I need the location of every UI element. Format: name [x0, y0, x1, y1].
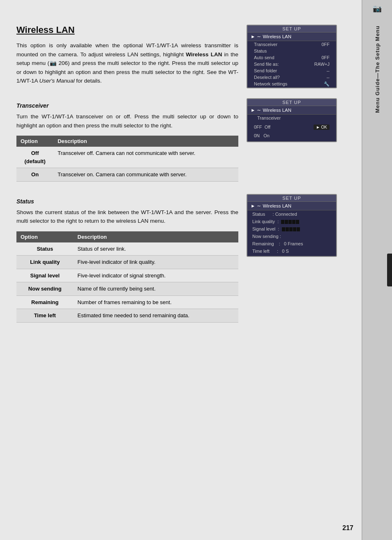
status-desc-linkquality: Five-level indicator of link quality.	[74, 256, 239, 269]
cs2-row-on: 0N On	[247, 132, 336, 140]
status-desc-nowsending: Name of file currently being sent.	[74, 282, 239, 296]
camera-screen-2: SET UP ►∼Wireless LAN Transceiver 0FF Of…	[247, 98, 337, 142]
main-content: Wireless LAN This option is only availab…	[0, 0, 362, 540]
cs3-row-nowsending: Now sending :	[247, 233, 336, 240]
status-heading: Status	[16, 198, 238, 205]
transceiver-desc-off: Transceiver off. Camera can not communic…	[53, 147, 238, 168]
right-sidebar: 📷 Menu Guide—The Setup Menu	[362, 0, 392, 540]
cs3-row-signallevel: Signal level :	[247, 225, 336, 233]
cs1-row-network: Network settings🔧	[247, 81, 336, 88]
screen3-container: SET UP ►∼Wireless LAN Status : Connected…	[247, 194, 345, 260]
cs2-title: ►∼Wireless LAN	[247, 106, 336, 115]
cs3-row-timeleft: Time left : 0 S	[247, 247, 336, 256]
intro-text: This option is only available when the o…	[16, 41, 238, 85]
table-row: Link quality Five-level indicator of lin…	[16, 256, 238, 269]
cs1-row-sendfolder: Send folder--	[247, 67, 336, 74]
table-row: Now sending Name of file currently being…	[16, 282, 238, 296]
status-table: Option Description Status Status of serv…	[16, 231, 238, 323]
cs3-row-linkquality: Link quality :	[247, 218, 336, 225]
cs3-header: SET UP	[247, 195, 336, 202]
transceiver-opt-on: On	[16, 168, 53, 182]
status-opt-timeleft: Time left	[16, 309, 74, 323]
table-row: Signal level Five-level indicator of sig…	[16, 269, 238, 282]
status-col1-header: Option	[16, 231, 74, 242]
page-title: Wireless LAN	[16, 25, 238, 35]
cs3-title: ►∼Wireless LAN	[247, 202, 336, 210]
transceiver-opt-off: Off(default)	[16, 147, 53, 168]
link-quality-bars	[281, 220, 299, 224]
cs1-row-status: Status	[247, 48, 336, 54]
cs3-row-status: Status : Connected	[247, 210, 336, 218]
camera-screen-3: SET UP ►∼Wireless LAN Status : Connected…	[247, 194, 337, 257]
table-row: Status Status of server link.	[16, 242, 238, 256]
status-opt-linkquality: Link quality	[16, 256, 74, 269]
status-desc-status: Status of server link.	[74, 242, 239, 256]
cs3-row-remaining: Remaining : 0 Frames	[247, 240, 336, 247]
cs1-title: ►∼Wireless LAN	[247, 32, 336, 41]
status-opt-remaining: Remaining	[16, 295, 74, 309]
transceiver-body: Turn the WT-1/WT-1A transceiver on or of…	[16, 112, 238, 130]
signal-level-bars	[282, 227, 300, 231]
sidebar-label: Menu Guide—The Setup Menu	[374, 25, 380, 113]
cs1-row-transceiver: Transceiver0FF	[247, 41, 336, 48]
table-row: On Transceiver on. Camera can communicat…	[16, 168, 238, 182]
status-opt-nowsending: Now sending	[16, 282, 74, 296]
table-row: Time left Estimated time needed to send …	[16, 309, 238, 323]
camera-icon: 📷	[373, 4, 382, 13]
sidebar-black-bar	[387, 254, 392, 286]
screen1-container: SET UP ►∼Wireless LAN Transceiver0FF Sta…	[247, 25, 345, 92]
page-number: 217	[342, 524, 353, 532]
cs2-ok-btn: ► OK	[314, 125, 330, 130]
screen2-container: SET UP ►∼Wireless LAN Transceiver 0FF Of…	[247, 98, 345, 145]
cs2-row-off: 0FF Off ► OK	[247, 123, 336, 132]
transceiver-desc-on: Transceiver on. Camera can communicate w…	[53, 168, 238, 182]
cs1-row-deselectall: Deselect all?--	[247, 74, 336, 81]
status-desc-remaining: Number of frames remaining to be sent.	[74, 295, 239, 309]
table-row: Remaining Number of frames remaining to …	[16, 295, 238, 309]
cs2-header: SET UP	[247, 99, 336, 106]
status-desc-signallevel: Five-level indicator of signal strength.	[74, 269, 239, 282]
cs1-row-autosend: Auto send0FF	[247, 54, 336, 61]
camera-screen-1: SET UP ►∼Wireless LAN Transceiver0FF Sta…	[247, 25, 337, 88]
status-body: Shows the current status of the link bet…	[16, 208, 238, 226]
status-opt-status: Status	[16, 242, 74, 256]
transceiver-col2-header: Description	[53, 136, 238, 147]
status-col2-header: Description	[74, 231, 239, 242]
cs1-header: SET UP	[247, 25, 336, 32]
cs2-subtitle: Transceiver	[247, 115, 336, 121]
transceiver-heading: Transceiver	[16, 102, 238, 109]
cs1-row-sendfile: Send file as:RAW+J	[247, 61, 336, 67]
status-opt-signallevel: Signal level	[16, 269, 74, 282]
table-row: Off(default) Transceiver off. Camera can…	[16, 147, 238, 168]
status-desc-timeleft: Estimated time needed to send remaining …	[74, 309, 239, 323]
transceiver-table: Option Description Off(default) Transcei…	[16, 136, 238, 182]
transceiver-col1-header: Option	[16, 136, 53, 147]
